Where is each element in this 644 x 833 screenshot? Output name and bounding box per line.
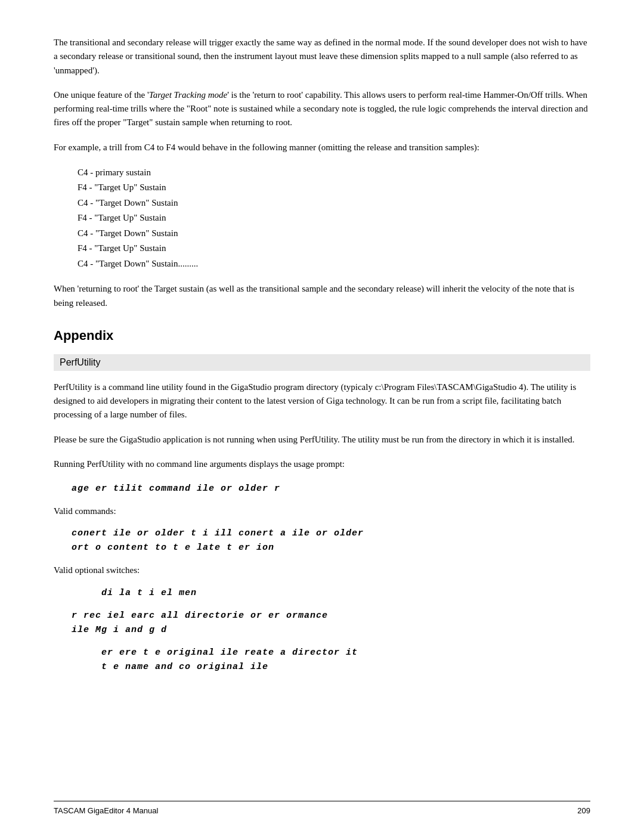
code-usage: age er tilit command ile or older r [72, 482, 590, 496]
code-command-line-2: ort o content to t e late t er ion [72, 541, 590, 555]
list-item: C4 - "Target Down" Sustain......... [78, 256, 590, 272]
code-switch-1-line-1: di la t i el men [101, 586, 590, 600]
paragraph-3-text: For example, a trill from C4 to F4 would… [54, 143, 479, 152]
paragraph-after-list-text: When 'returning to root' the Target sust… [54, 284, 574, 307]
code-switch-group-3: er ere t e original ile reate a director… [101, 646, 590, 674]
list-block: C4 - primary sustain F4 - "Target Up" Su… [78, 165, 590, 272]
paragraph-3: For example, a trill from C4 to F4 would… [54, 141, 590, 154]
appendix-paragraph-1: PerfUtility is a command line utility fo… [54, 380, 590, 422]
paragraph-1-text: The transitional and secondary release w… [54, 38, 587, 75]
valid-switches-label: Valid optional switches: [54, 563, 590, 577]
appendix-paragraph-2: Please be sure the GigaStudio applicatio… [54, 433, 590, 447]
page: The transitional and secondary release w… [0, 0, 644, 833]
footer-left: TASCAM GigaEditor 4 Manual [54, 806, 158, 815]
valid-commands-label: Valid commands: [54, 504, 590, 518]
code-switch-3-line-1: er ere t e original ile reate a director… [101, 646, 590, 660]
code-switch-group-1: di la t i el men [101, 586, 590, 600]
list-item: C4 - "Target Down" Sustain [78, 196, 590, 211]
paragraph-2: One unique feature of the 'Target Tracki… [54, 88, 590, 130]
appendix-heading: Appendix [54, 328, 590, 343]
footer: TASCAM GigaEditor 4 Manual 209 [54, 801, 590, 815]
code-switch-2-line-2: ile Mg i and g d [72, 623, 590, 637]
code-commands: conert ile or older t i ill conert a ile… [72, 527, 590, 555]
list-item: F4 - "Target Up" Sustain [78, 180, 590, 196]
list-item: F4 - "Target Up" Sustain [78, 210, 590, 226]
code-switch-2-line-1: r rec iel earc all directorie or er orma… [72, 609, 590, 623]
appendix-paragraph-3-text: Running PerfUtility with no command line… [54, 459, 345, 469]
list-item: C4 - primary sustain [78, 165, 590, 181]
appendix-paragraph-2-text: Please be sure the GigaStudio applicatio… [54, 435, 575, 444]
appendix-paragraph-3: Running PerfUtility with no command line… [54, 457, 590, 471]
paragraph-2-before-italic: One unique feature of the ' [54, 90, 149, 100]
code-command-line-1: conert ile or older t i ill conert a ile… [72, 527, 590, 541]
section-subheading: PerfUtility [54, 354, 590, 371]
footer-right: 209 [577, 806, 590, 815]
paragraph-after-list: When 'returning to root' the Target sust… [54, 282, 590, 310]
list-item: F4 - "Target Up" Sustain [78, 241, 590, 256]
paragraph-2-italic: Target Tracking mode [149, 90, 227, 100]
paragraph-1: The transitional and secondary release w… [54, 36, 590, 78]
list-item: C4 - "Target Down" Sustain [78, 226, 590, 241]
code-switch-group-2: r rec iel earc all directorie or er orma… [72, 609, 590, 637]
code-switch-3-line-2: t e name and co original ile [101, 660, 590, 674]
appendix-paragraph-1-text: PerfUtility is a command line utility fo… [54, 382, 576, 420]
